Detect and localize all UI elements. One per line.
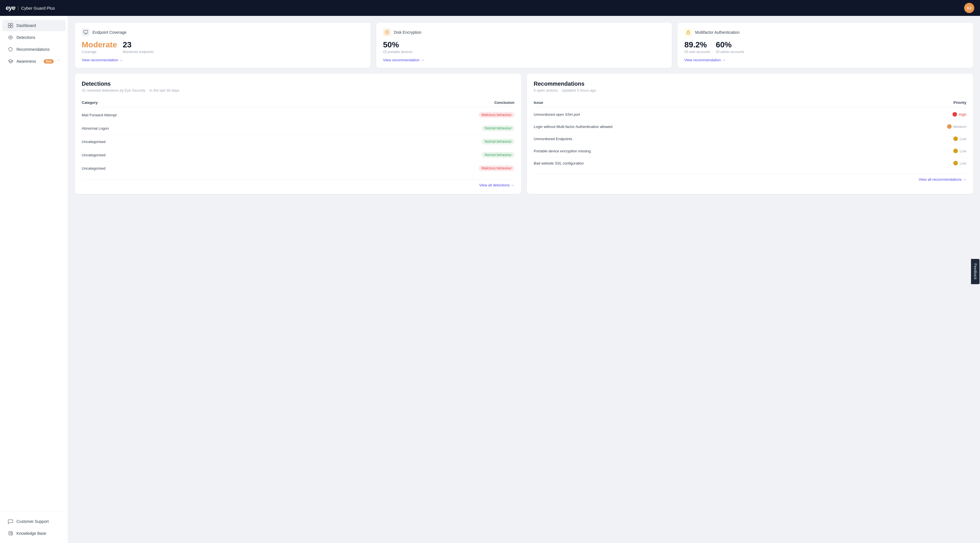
detections-table-header: Category Conclusion [82,98,514,107]
metric-group-user-accounts: 89.2% Of user accounts [684,40,710,54]
rec-issue-0: Unmonitored open SSH port [534,112,953,116]
view-all-recommendations-link[interactable]: View all recommendations → [534,174,966,182]
table-row: Unmonitored open SSH port High [534,108,966,121]
table-row: Bad website SSL configuration Low [534,157,966,169]
sidebar-item-label-customer-support: Customer Support [16,519,49,524]
recommendations-subtitle: 5 open actions Updated 3 hours ago [534,88,966,92]
graduation-icon [8,59,13,64]
detection-badge-0: Malicious behaviour [479,112,514,118]
table-row: Abnormal Logon Normal behaviour [82,122,514,135]
priority-dot-high-icon [953,112,957,116]
logo: eye | Cyber Guard Plus [6,4,55,12]
sidebar-item-dashboard[interactable]: Dashboard [2,20,65,31]
metric-group-disk-pct: 50% Of portable devices [383,40,412,54]
sidebar-item-awareness[interactable]: Awareness New ⌃ [2,56,65,67]
bottom-section: Detections 31 resolved detections by Eye… [75,74,973,194]
table-row: Mail Forward Attempt Malicious behaviour [82,108,514,122]
sidebar-item-customer-support[interactable]: Customer Support [2,516,65,527]
metric-group-admin-accounts: 60% Of admin accounts [716,40,744,54]
detection-badge-2: Normal behaviour [482,139,514,144]
table-row: Login without Multi-factor Authenticatio… [534,121,966,133]
disk-view-recommendation-link[interactable]: View recommendation → [383,58,424,62]
sidebar-nav: Dashboard Detections Recommendation [0,16,68,511]
endpoint-metrics: Moderate Coverage 23 Monitored endpoints [82,40,364,54]
sidebar: Dashboard Detections Recommendation [0,16,68,543]
svg-rect-1 [11,23,13,25]
app-header: eye | Cyber Guard Plus EJ [0,0,980,16]
rec-priority-label-1: Medium [953,124,966,129]
sidebar-item-label-detections: Detections [16,35,60,40]
detections-col-conclusion: Conclusion [494,100,514,105]
card-title-mfa: Multifactor Authentication [695,30,740,35]
priority-dot-low-icon [953,149,958,153]
grid-icon [8,23,13,28]
detections-subtitle-text: 31 resolved detections by Eye Security [82,88,145,92]
sidebar-item-recommendations[interactable]: Recommendations [2,44,65,55]
rec-priority-label-4: Low [959,161,966,166]
mfa-metrics: 89.2% Of user accounts 60% Of admin acco… [684,40,966,54]
book-icon [8,531,13,536]
metric-label-monitored: Monitored endpoints [123,50,153,54]
detections-title: Detections [82,81,514,87]
sidebar-item-label-knowledge-base: Knowledge Base [16,531,46,536]
metric-value-coverage: Moderate [82,40,117,49]
sidebar-item-detections[interactable]: Detections [2,32,65,43]
feedback-tab[interactable]: Feedback [971,259,980,284]
monitor-icon [82,29,90,36]
svg-point-12 [387,32,388,33]
detections-subtitle: 31 resolved detections by Eye Security I… [82,88,514,92]
rec-priority-label-2: Low [959,137,966,141]
card-header-mfa: Multifactor Authentication [684,29,966,36]
sidebar-item-label-dashboard: Dashboard [16,23,60,28]
message-icon [8,519,13,524]
detection-category-2: Uncategorised [82,140,482,144]
detection-badge-4: Malicious behaviour [479,166,514,171]
metric-label-admin-accounts: Of admin accounts [716,50,744,54]
detections-card: Detections 31 resolved detections by Eye… [75,74,521,194]
detections-subtitle-span: In the last 30 days [149,88,179,92]
rec-priority-1: Medium [947,124,966,129]
priority-dot-medium-icon [947,124,951,129]
metric-label-user-accounts: Of user accounts [684,50,710,54]
view-all-detections-link[interactable]: View all detections → [82,179,514,187]
mfa-view-recommendation-link[interactable]: View recommendation → [684,58,725,62]
card-title-disk: Disk Encryption [394,30,422,35]
sidebar-item-label-recommendations: Recommendations [16,47,60,52]
header-divider: | [18,5,19,11]
main-layout: Dashboard Detections Recommendation [0,16,980,543]
disk-icon [383,29,391,36]
detection-badge-1: Normal behaviour [482,126,514,131]
eye-icon [8,35,13,40]
sidebar-item-label-awareness: Awareness [16,59,40,64]
svg-rect-2 [8,26,10,28]
disk-metrics: 50% Of portable devices [383,40,665,54]
table-row: Uncategorised Normal behaviour [82,135,514,148]
detection-category-1: Abnormal Logon [82,126,482,131]
main-content: Endpoint Coverage Moderate Coverage 23 M… [68,16,980,543]
user-avatar[interactable]: EJ [964,3,974,13]
recommendations-subtitle-text: 5 open actions [534,88,558,92]
rec-priority-2: Low [953,137,966,141]
detection-category-0: Mail Forward Attempt [82,113,479,117]
recommendations-card: Recommendations 5 open actions Updated 3… [527,74,973,194]
shield-icon [8,47,13,52]
rec-issue-3: Portable device encryption missing [534,149,953,153]
metric-value-monitored: 23 [123,40,153,49]
recommendations-subtitle-span: Updated 3 hours ago [562,88,596,92]
rec-priority-label-3: Low [959,149,966,153]
detection-badge-3: Normal behaviour [482,152,514,158]
metric-label-coverage: Coverage [82,50,117,54]
metric-value-disk-pct: 50% [383,40,412,49]
metric-value-user-accounts: 89.2% [684,40,710,49]
lock-icon [684,29,692,36]
priority-dot-low-icon [953,161,958,166]
rec-priority-3: Low [953,149,966,153]
svg-rect-8 [84,30,88,33]
rec-priority-label-0: High [959,112,966,116]
mfa-card: Multifactor Authentication 89.2% Of user… [678,23,973,68]
sidebar-bottom: Customer Support Knowledge Base [0,511,68,543]
sidebar-item-knowledge-base[interactable]: Knowledge Base [2,528,65,539]
rec-col-issue: Issue [534,100,953,105]
endpoint-view-recommendation-link[interactable]: View recommendation → [82,58,123,62]
logo-text: eye [6,4,15,12]
